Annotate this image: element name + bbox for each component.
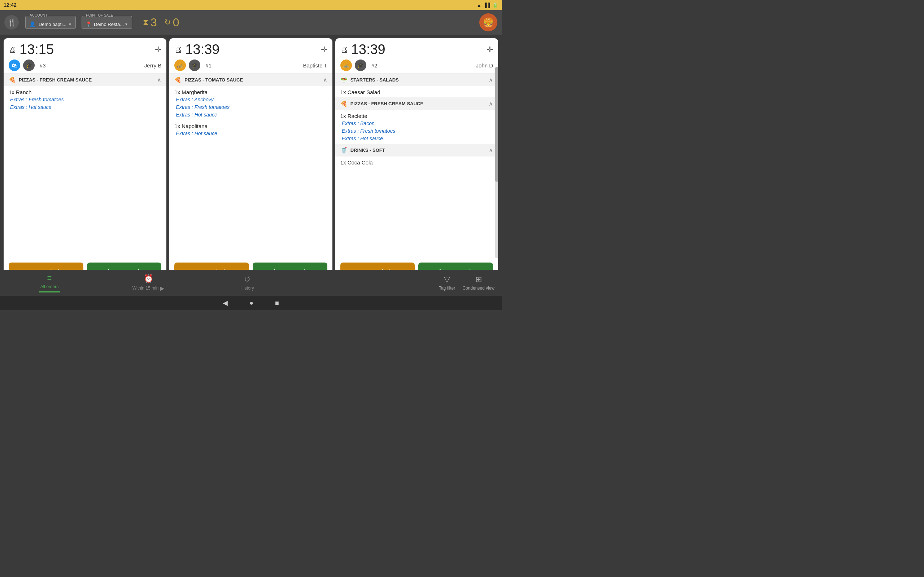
- order-number-1: #3: [40, 62, 46, 69]
- section-header-pizzas-cream-2: 🍕 PIZZAS - FRESH CREAM SAUCE ∧: [335, 97, 498, 110]
- nav-tag-filter[interactable]: ▽ Tag filter: [439, 275, 455, 291]
- within-15-icon: ⏰: [144, 274, 153, 284]
- time-value-1: 13:15: [19, 42, 54, 57]
- signal-icon: ▐▐: [484, 3, 490, 8]
- within-15-arrow-icon: ▶: [160, 285, 164, 292]
- item-caesar-name: 1x Caesar Salad: [340, 89, 493, 95]
- drink-icon: 🥤: [340, 147, 347, 154]
- collapse-btn-1[interactable]: ∧: [157, 76, 162, 83]
- order-item-cola: 1x Coca Cola: [335, 156, 498, 168]
- chef-logo: 🍴: [4, 15, 19, 29]
- order-item-raclette: 1x Raclette Extras : Bacon Extras : Fres…: [335, 110, 498, 144]
- pos-value: Demo Resta...: [94, 22, 124, 27]
- order-number-3: #2: [372, 62, 378, 69]
- item-ranch-extra-1: Extras : Fresh tomatoes: [9, 96, 162, 103]
- card-body-1: 🍕 PIZZAS - FRESH CREAM SAUCE ∧ 1x Ranch …: [3, 74, 166, 259]
- history-label: History: [241, 285, 254, 291]
- section-title-pizzas-cream-1: PIZZAS - FRESH CREAM SAUCE: [19, 77, 92, 82]
- item-raclette-extra-3: Extras : Hot sauce: [340, 135, 493, 142]
- pos-location-icon: 📍: [86, 21, 92, 27]
- order-item-caesar: 1x Caesar Salad: [335, 86, 498, 97]
- delivery-badge-1: 🛍: [9, 60, 20, 71]
- salad-icon: 🥗: [340, 76, 347, 83]
- wifi-icon: ▲: [477, 3, 481, 8]
- order-item-ranch: 1x Ranch Extras : Fresh tomatoes Extras …: [3, 86, 166, 113]
- pos-dropdown[interactable]: POINT OF SALE 📍 Demo Resta... ▼: [82, 16, 132, 29]
- nav-all-orders[interactable]: ≡ All orders: [0, 273, 99, 292]
- pizza-icon-2: 🍕: [174, 76, 181, 83]
- condensed-icon: ⊞: [475, 275, 482, 284]
- card-meta-1: 🛍 🎓 #3 Jerry B: [9, 60, 162, 71]
- delivery-badge-3: 🚲: [340, 60, 352, 71]
- back-button[interactable]: ◀: [223, 299, 228, 307]
- battery-icon: 🔋: [492, 3, 498, 8]
- filter-icon: ▽: [444, 275, 450, 284]
- nav-within-15[interactable]: ⏰ Within 15 min ▶: [99, 274, 198, 292]
- account-person-icon: 👤: [29, 21, 36, 27]
- section-header-pizzas-cream-1: 🍕 PIZZAS - FRESH CREAM SAUCE ∧: [3, 74, 166, 86]
- bottom-nav: ≡ All orders ⏰ Within 15 min ▶ ↺ History…: [0, 270, 502, 296]
- customer-name-2: Baptiste T: [303, 62, 327, 69]
- android-nav: ◀ ● ■: [0, 296, 502, 310]
- collapse-btn-pizzas-cream[interactable]: ∧: [489, 100, 493, 107]
- section-title-tomato: PIZZAS - TOMATO SAUCE: [184, 77, 243, 82]
- collapse-btn-starters[interactable]: ∧: [489, 76, 493, 83]
- all-orders-icon: ≡: [47, 273, 52, 283]
- pending-count: 3: [150, 16, 157, 29]
- user-avatar[interactable]: 🍔: [479, 13, 498, 31]
- section-title-drinks: DRINKS - SOFT: [351, 148, 385, 153]
- category-badge-1: 🎓: [23, 60, 35, 71]
- account-dropdown[interactable]: ACCOUNT 👤 Demo bapti... ▼: [25, 16, 76, 29]
- customer-name-1: Jerry B: [144, 62, 162, 69]
- move-icon-1[interactable]: ✛: [155, 45, 162, 55]
- item-ranch-name: 1x Ranch: [9, 89, 162, 95]
- move-icon-2[interactable]: ✛: [321, 45, 327, 55]
- card-body-2: 🍕 PIZZAS - TOMATO SAUCE ∧ 1x Margherita …: [169, 74, 332, 259]
- active-underline: [39, 292, 60, 292]
- item-napolitana-name: 1x Napolitana: [174, 123, 327, 129]
- home-button[interactable]: ●: [249, 299, 254, 307]
- category-badge-2: 🎓: [189, 60, 200, 71]
- card-meta-3: 🚲 🎓 #2 John D: [340, 60, 493, 71]
- nav-condensed-view[interactable]: ⊞ Condensed view: [462, 275, 494, 291]
- collapse-btn-drinks[interactable]: ∧: [489, 147, 493, 154]
- within-15-label: Within 15 min: [132, 285, 159, 291]
- order-card-2: 🖨 13:39 ✛ 🚲 🎓 #1 Baptiste T 🍕 PIZZAS - T…: [169, 38, 332, 284]
- collapse-btn-2[interactable]: ∧: [323, 76, 327, 83]
- nav-history[interactable]: ↺ History: [198, 275, 297, 291]
- item-ranch-extra-2: Extras : Hot sauce: [9, 103, 162, 111]
- card-meta-2: 🚲 🎓 #1 Baptiste T: [174, 60, 327, 71]
- order-item-margherita: 1x Margherita Extras : Anchovy Extras : …: [169, 86, 332, 120]
- card-body-3: 🥗 STARTERS - SALADS ∧ 1x Caesar Salad 🍕 …: [335, 74, 498, 259]
- tag-filter-label: Tag filter: [439, 285, 455, 291]
- history-icon: ↺: [244, 275, 250, 284]
- counter-group: ⧗ 3 ↻ 0: [143, 16, 179, 29]
- printer-icon-2: 🖨: [174, 45, 182, 55]
- refresh-count: 0: [173, 16, 179, 29]
- card-header-3: 🖨 13:39 ✛ 🚲 🎓 #2 John D: [335, 38, 498, 74]
- printer-icon-1: 🖨: [9, 45, 16, 55]
- status-bar: 12:42 ▲ ▐▐ 🔋: [0, 0, 502, 10]
- pos-label: POINT OF SALE: [85, 13, 114, 17]
- section-header-tomato: 🍕 PIZZAS - TOMATO SAUCE ∧: [169, 74, 332, 86]
- card-time-1: 🖨 13:15: [9, 42, 54, 57]
- item-napolitana-extra-1: Extras : Hot sauce: [174, 130, 327, 137]
- item-raclette-extra-2: Extras : Fresh tomatoes: [340, 127, 493, 135]
- item-raclette-extra-1: Extras : Bacon: [340, 120, 493, 127]
- nav-right-group: ▽ Tag filter ⊞ Condensed view: [297, 275, 502, 291]
- item-raclette-name: 1x Raclette: [340, 113, 493, 119]
- section-header-starters: 🥗 STARTERS - SALADS ∧: [335, 74, 498, 86]
- card-header-2: 🖨 13:39 ✛ 🚲 🎓 #1 Baptiste T: [169, 38, 332, 74]
- category-badge-3: 🎓: [355, 60, 366, 71]
- hourglass-icon: ⧗: [143, 18, 149, 27]
- section-title-pizzas-cream-2: PIZZAS - FRESH CREAM SAUCE: [351, 101, 423, 106]
- recents-button[interactable]: ■: [275, 299, 279, 307]
- time-value-2: 13:39: [185, 42, 220, 57]
- account-label: ACCOUNT: [29, 13, 48, 17]
- order-card-1: 🖨 13:15 ✛ 🛍 🎓 #3 Jerry B 🍕 PIZZAS - FRES…: [3, 38, 166, 284]
- item-margherita-name: 1x Margherita: [174, 89, 327, 95]
- all-orders-label: All orders: [40, 284, 59, 289]
- move-icon-3[interactable]: ✛: [486, 45, 493, 55]
- delivery-badge-2: 🚲: [174, 60, 186, 71]
- account-value: Demo bapti...: [39, 22, 66, 27]
